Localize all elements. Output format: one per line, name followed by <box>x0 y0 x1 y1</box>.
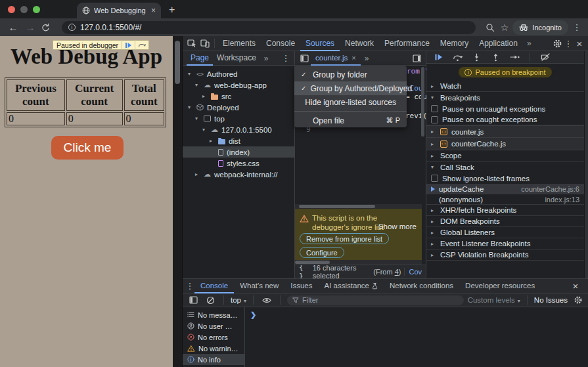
expand-open-icon[interactable] <box>188 104 193 110</box>
tree-item-index[interactable]: (index) <box>183 146 294 158</box>
step-over-banner-button[interactable] <box>135 40 148 50</box>
tree-item-dist[interactable]: dist <box>183 135 294 146</box>
call-stack-frame-update-cache[interactable]: updateCache counterCache.js:6 <box>426 184 584 194</box>
expand-closed-icon[interactable] <box>431 219 436 225</box>
menu-item-group-by-folder[interactable]: Group by folder <box>294 68 407 81</box>
frame-location[interactable]: counterCache.js:6 <box>521 185 579 193</box>
navigator-menu-icon[interactable] <box>281 53 290 63</box>
tab-network[interactable]: Network <box>340 36 379 51</box>
filter-input[interactable] <box>302 296 459 304</box>
expand-closed-icon[interactable] <box>431 141 436 147</box>
coverage-link[interactable]: Cov <box>404 268 422 276</box>
checkbox[interactable] <box>431 116 438 123</box>
expand-closed-icon[interactable] <box>202 93 208 99</box>
section-call-stack[interactable]: Call Stack <box>426 162 584 173</box>
tree-item-localhost[interactable]: 127.0.0.1:5500 <box>183 124 294 135</box>
address-bar[interactable]: 127.0.0.1:5500/#/ <box>62 21 476 34</box>
section-scope[interactable]: Scope <box>426 150 584 162</box>
step-over-icon[interactable] <box>451 51 464 64</box>
drawer-menu-icon[interactable] <box>185 281 194 291</box>
editor-tab-close-icon[interactable]: × <box>351 54 355 62</box>
browser-tab[interactable]: Web Debugging Example × <box>77 3 161 18</box>
tab-close-icon[interactable]: × <box>151 7 156 14</box>
close-window-button[interactable] <box>8 6 15 13</box>
deactivate-breakpoints-icon[interactable] <box>539 51 552 64</box>
tab-application[interactable]: Application <box>474 36 523 51</box>
expand-open-icon[interactable] <box>431 164 436 170</box>
device-toolbar-icon[interactable] <box>198 37 212 50</box>
console-filter-messages[interactable]: No messa… <box>183 309 244 320</box>
click-me-button[interactable]: Click me <box>51 136 124 160</box>
section-xhr-breakpoints[interactable]: XHR/fetch Breakpoints <box>426 205 584 216</box>
expand-closed-icon[interactable] <box>431 207 436 213</box>
expand-closed-icon[interactable] <box>431 153 436 159</box>
step-icon[interactable] <box>508 51 521 64</box>
drawer-tab-issues[interactable]: Issues <box>284 279 318 293</box>
toggle-navigator-icon[interactable] <box>298 52 311 65</box>
console-filter[interactable] <box>287 295 464 305</box>
forward-button[interactable]: → <box>24 22 37 33</box>
console-filter-warnings[interactable]: No warnin… <box>183 343 244 354</box>
editor-tab-counter-js[interactable]: counter.js × <box>311 51 361 66</box>
inspect-element-icon[interactable] <box>185 37 198 50</box>
navigator-tab-page[interactable]: Page <box>187 51 213 66</box>
resume-script-icon[interactable] <box>432 51 445 64</box>
drawer-close-icon[interactable] <box>569 280 582 293</box>
pretty-print-icon[interactable] <box>299 265 309 278</box>
frame-location[interactable]: index.js:13 <box>545 196 579 204</box>
section-dom-breakpoints[interactable]: DOM Breakpoints <box>426 216 584 227</box>
tree-item-web-debug-app[interactable]: web-debug-app <box>183 79 294 91</box>
tab-sources[interactable]: Sources <box>300 36 340 51</box>
zoom-icon[interactable] <box>484 21 497 34</box>
configure-button[interactable]: Configure <box>300 247 344 258</box>
tree-item-authored[interactable]: Authored <box>183 68 294 79</box>
tab-performance[interactable]: Performance <box>379 36 435 51</box>
tree-item-deployed[interactable]: Deployed <box>183 102 294 113</box>
no-issues-label[interactable]: No Issues <box>534 296 568 304</box>
call-stack-frame-anonymous[interactable]: (anonymous) index.js:13 <box>426 194 584 205</box>
expand-open-icon[interactable] <box>202 127 208 133</box>
step-into-icon[interactable] <box>470 51 483 64</box>
console-filter-errors[interactable]: No errors <box>183 332 244 343</box>
console-sidebar-toggle-icon[interactable] <box>187 293 200 307</box>
minimize-window-button[interactable] <box>20 6 28 13</box>
section-watch[interactable]: Watch <box>426 81 584 92</box>
menu-item-hide-ignore-listed[interactable]: Hide ignore-listed sources <box>294 95 407 109</box>
clear-console-icon[interactable] <box>204 293 217 307</box>
tab-console[interactable]: Console <box>261 36 300 51</box>
section-breakpoints[interactable]: Breakpoints <box>426 92 584 103</box>
page-scrollbar-thumb[interactable] <box>175 41 180 84</box>
console-context-selector[interactable]: top <box>231 296 246 304</box>
page-scrollbar[interactable] <box>173 36 182 367</box>
console-prompt-icon[interactable] <box>250 311 256 319</box>
new-tab-button[interactable]: + <box>169 4 175 16</box>
devtools-menu-icon[interactable] <box>564 39 573 49</box>
expand-closed-icon[interactable] <box>431 129 436 135</box>
expand-closed-icon[interactable] <box>195 171 200 177</box>
pause-caught-exceptions-row[interactable]: Pause on caught exceptions <box>426 114 584 125</box>
breakpoint-group-counter-js[interactable]: counter.js <box>426 125 584 138</box>
console-settings-gear-icon[interactable] <box>572 293 585 307</box>
expand-open-icon[interactable] <box>188 71 193 77</box>
breakpoint-group-counter-cache-js[interactable]: counterCache.js <box>426 138 584 150</box>
tree-item-styles-css[interactable]: styles.css <box>183 158 294 169</box>
more-tabs-icon[interactable] <box>523 39 535 48</box>
step-out-icon[interactable] <box>489 51 502 64</box>
editor-more-tabs-icon[interactable] <box>361 54 373 63</box>
drawer-tab-whats-new[interactable]: What's new <box>234 279 284 293</box>
scrollbar-thumb[interactable] <box>299 205 375 208</box>
scrollbar-thumb[interactable] <box>295 261 330 264</box>
show-ignore-listed-frames-row[interactable]: Show ignore-listed frames <box>426 173 584 184</box>
expand-closed-icon[interactable] <box>431 252 436 258</box>
drawer-tab-network-conditions[interactable]: Network conditions <box>384 279 459 293</box>
expand-closed-icon[interactable] <box>431 241 436 247</box>
navigator-tab-workspace[interactable]: Workspace <box>213 51 260 66</box>
expand-closed-icon[interactable] <box>431 230 436 236</box>
devtools-close-icon[interactable] <box>573 37 586 50</box>
resume-script-button[interactable] <box>122 40 135 50</box>
expand-open-icon[interactable] <box>431 95 436 100</box>
drawer-tab-console[interactable]: Console <box>194 279 234 293</box>
warning-horizontal-scrollbar[interactable] <box>295 260 422 265</box>
site-info-icon[interactable] <box>68 24 76 31</box>
toggle-debugger-sidebar-icon[interactable] <box>410 52 423 65</box>
